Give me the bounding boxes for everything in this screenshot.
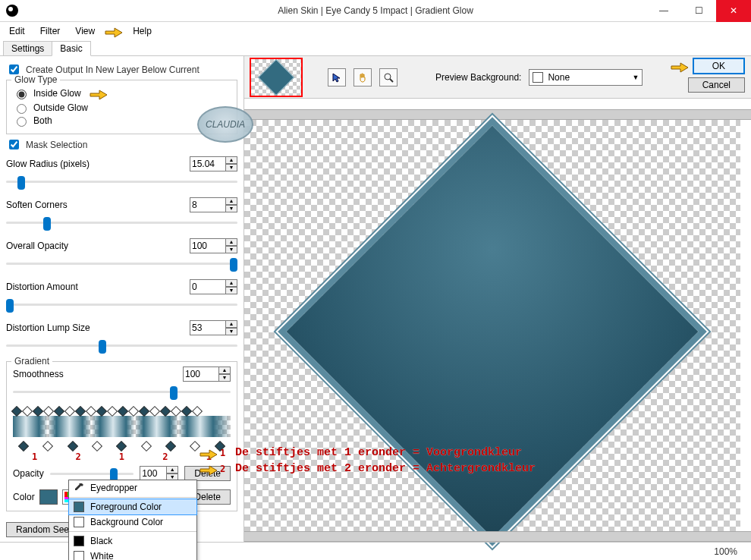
preview-bg-value: None bbox=[548, 72, 570, 83]
svg-line-1 bbox=[390, 79, 393, 82]
color-label: Color bbox=[13, 492, 35, 502]
slider-distortion-amount: Distortion Amount ▲▼ bbox=[6, 279, 237, 313]
overall-opacity-track[interactable] bbox=[6, 255, 237, 272]
tab-settings[interactable]: Settings bbox=[3, 41, 52, 55]
menu-view[interactable]: View bbox=[69, 24, 101, 38]
divider bbox=[69, 497, 196, 498]
overall-opacity-label: Overall Opacity bbox=[6, 241, 68, 251]
soften-corners-spinner[interactable]: ▲▼ bbox=[190, 197, 237, 212]
tabs-row: Settings Basic bbox=[0, 39, 751, 56]
distortion-lump-spinner[interactable]: ▲▼ bbox=[190, 320, 237, 335]
popup-foreground[interactable]: Foreground Color bbox=[68, 499, 197, 515]
maximize-button[interactable]: ☐ bbox=[681, 0, 716, 22]
stop-mark-1: 1 bbox=[32, 451, 37, 462]
tab-basic[interactable]: Basic bbox=[52, 41, 90, 56]
outside-glow-radio[interactable] bbox=[17, 104, 27, 114]
popup-background[interactable]: Background Color bbox=[69, 514, 196, 530]
create-output-checkbox[interactable] bbox=[9, 64, 19, 74]
distortion-amount-track[interactable] bbox=[6, 296, 237, 313]
overall-opacity-input[interactable] bbox=[190, 238, 226, 253]
smoothness-spinner[interactable]: ▲▼ bbox=[183, 367, 231, 382]
spin-up-icon[interactable]: ▲ bbox=[225, 197, 237, 205]
chevron-down-icon: ▼ bbox=[632, 74, 639, 81]
tool-pointer[interactable] bbox=[328, 68, 346, 87]
inside-glow-label: Inside Glow bbox=[33, 88, 81, 99]
minimize-button[interactable]: — bbox=[646, 0, 681, 22]
ok-button[interactable]: OK bbox=[693, 58, 745, 74]
inside-glow-radio[interactable] bbox=[17, 90, 27, 99]
splitter-bottom[interactable] bbox=[244, 531, 751, 542]
spin-down-icon[interactable]: ▼ bbox=[218, 374, 231, 382]
radio-inside-glow[interactable]: Inside Glow bbox=[13, 86, 231, 101]
gradient-editor[interactable]: 1 2 1 2 1 bbox=[13, 403, 231, 462]
preview-wrap bbox=[244, 109, 751, 542]
splitter-top[interactable] bbox=[244, 109, 751, 120]
both-radio[interactable] bbox=[17, 117, 27, 127]
right-top-bar: Preview Background: None ▼ OK Cancel bbox=[244, 56, 751, 99]
spin-up-icon[interactable]: ▲ bbox=[225, 320, 237, 328]
swatch-icon bbox=[74, 517, 84, 527]
soften-corners-input[interactable] bbox=[190, 197, 226, 212]
spin-up-icon[interactable]: ▲ bbox=[166, 466, 178, 473]
opacity-input[interactable] bbox=[140, 466, 167, 481]
tool-hand[interactable] bbox=[354, 68, 372, 87]
menu-filter[interactable]: Filter bbox=[34, 24, 67, 38]
menu-edit[interactable]: Edit bbox=[3, 24, 31, 38]
radio-outside-glow[interactable]: Outside Glow bbox=[13, 102, 231, 114]
popup-eyedropper[interactable]: Eyedropper bbox=[69, 480, 196, 496]
glow-type-legend: Glow Type bbox=[11, 74, 60, 85]
glow-radius-track[interactable] bbox=[6, 173, 237, 190]
pointer-icon bbox=[89, 86, 108, 101]
popup-black[interactable]: Black bbox=[69, 533, 196, 549]
preset-thumbnail[interactable] bbox=[250, 58, 302, 96]
overall-opacity-spinner[interactable]: ▲▼ bbox=[190, 238, 237, 253]
spin-up-icon[interactable]: ▲ bbox=[225, 279, 237, 287]
color-swatch[interactable] bbox=[39, 489, 58, 505]
gradient-bottom-stops[interactable] bbox=[13, 438, 231, 450]
stop-mark-4: 2 bbox=[162, 451, 168, 462]
distortion-amount-input[interactable] bbox=[190, 279, 226, 294]
popup-pointer-2: 2 bbox=[199, 461, 225, 477]
divider bbox=[69, 531, 196, 532]
mask-selection-checkbox[interactable] bbox=[9, 140, 19, 149]
close-button[interactable]: ✕ bbox=[716, 0, 751, 22]
soften-corners-track[interactable] bbox=[6, 214, 237, 231]
gradient-top-stops[interactable] bbox=[13, 403, 231, 415]
gradient-strip[interactable] bbox=[13, 416, 231, 437]
spin-down-icon[interactable]: ▼ bbox=[225, 205, 237, 212]
spin-down-icon[interactable]: ▼ bbox=[225, 328, 237, 335]
spin-down-icon[interactable]: ▼ bbox=[225, 164, 237, 171]
spin-down-icon[interactable]: ▼ bbox=[225, 287, 237, 294]
glow-radius-label: Glow Radius (pixels) bbox=[6, 159, 90, 169]
popup-black-label: Black bbox=[90, 536, 112, 546]
cancel-button[interactable]: Cancel bbox=[688, 77, 745, 93]
spin-up-icon[interactable]: ▲ bbox=[225, 238, 237, 246]
smoothness-input[interactable] bbox=[183, 367, 219, 382]
annot-num-2: 2 bbox=[220, 464, 225, 474]
soften-corners-label: Soften Corners bbox=[6, 200, 68, 210]
window-controls: — ☐ ✕ bbox=[646, 0, 751, 22]
opacity-spinner[interactable]: ▲▼ bbox=[140, 466, 178, 481]
preview-bg-label: Preview Background: bbox=[435, 72, 521, 83]
distortion-amount-spinner[interactable]: ▲▼ bbox=[190, 279, 237, 294]
spin-up-icon[interactable]: ▲ bbox=[225, 156, 237, 164]
distortion-lump-input[interactable] bbox=[190, 320, 226, 335]
distortion-lump-label: Distortion Lump Size bbox=[6, 322, 90, 333]
checkbox-mask-selection[interactable]: Mask Selection bbox=[6, 137, 237, 152]
opacity-label: Opacity bbox=[13, 468, 44, 479]
mask-selection-label: Mask Selection bbox=[26, 140, 87, 150]
create-output-label: Create Output In New Layer Below Current bbox=[26, 64, 200, 75]
spin-down-icon[interactable]: ▼ bbox=[225, 246, 237, 253]
popup-pointer-1: 1 bbox=[199, 445, 225, 461]
glow-radius-spinner[interactable]: ▲▼ bbox=[190, 156, 237, 171]
glow-radius-input[interactable] bbox=[190, 156, 226, 171]
tool-zoom[interactable] bbox=[379, 68, 397, 87]
smoothness-track[interactable] bbox=[13, 383, 231, 400]
menu-help[interactable]: Help bbox=[127, 24, 158, 38]
spin-up-icon[interactable]: ▲ bbox=[218, 367, 231, 374]
preview-bg-select[interactable]: None ▼ bbox=[529, 69, 643, 86]
distortion-lump-track[interactable] bbox=[6, 337, 237, 354]
window-title: Alien Skin | Eye Candy 5 Impact | Gradie… bbox=[278, 5, 473, 16]
popup-white[interactable]: White bbox=[69, 549, 196, 560]
annot-num-1: 1 bbox=[220, 448, 225, 458]
